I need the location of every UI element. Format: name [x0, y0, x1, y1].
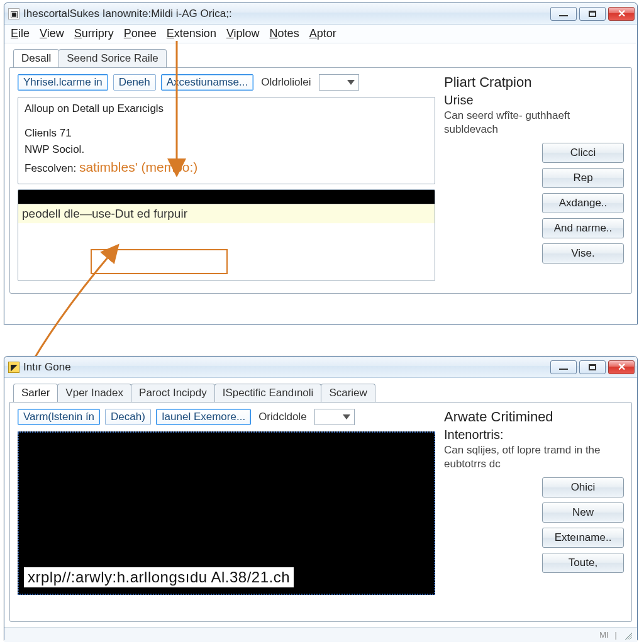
console-output[interactable]: xrplp//:arwly:h.arllongsıdu Al.38/21.ch — [18, 431, 435, 595]
list-area: peodell dle—use-Dut ed furpuir — [18, 189, 435, 281]
panel-right: Pliart Cratpion Urise Can seerd wfîte- g… — [435, 74, 624, 286]
titlebar[interactable]: ◤ Intır Gone ✕ — [4, 357, 637, 378]
tab-paroct[interactable]: Paroct Incipdy — [131, 384, 215, 402]
button-column: Ohici New Exteıname.. Toute, — [444, 477, 624, 573]
maximize-button[interactable] — [579, 360, 606, 374]
menubar: Eile View Surripry Ponee Extension Viplo… — [4, 25, 637, 43]
button-column: Clicci Rep Axdange.. And narme.. Vise. — [444, 143, 624, 264]
group-legend: Alloup on Detall up Exarıcigls — [25, 103, 428, 115]
window-title: IhescortalSukes Ianownite:Mildi i-AG Ori… — [23, 8, 550, 20]
detail-line-2: NWP Sociol. — [25, 142, 428, 158]
btn-vise[interactable]: Vise. — [542, 243, 624, 264]
console-url: xrplp//:arwly:h.arllongsıdu Al.38/21.ch — [24, 567, 294, 587]
tabbar: Desall Seend Sorice Raile — [13, 47, 632, 67]
btn-new[interactable]: New — [542, 502, 624, 523]
side-heading-2: Intenortris: — [444, 428, 624, 442]
btn-ohici[interactable]: Ohici — [542, 477, 624, 497]
tb-decah[interactable]: Decah) — [105, 409, 151, 425]
maximize-button[interactable] — [579, 7, 606, 21]
window-buttons: ✕ — [550, 360, 635, 374]
tb-oldrl: Oldrloliolei — [258, 75, 313, 90]
statusbar: MI | — [4, 627, 637, 642]
window-2: ◤ Intır Gone ✕ Sarler Vper Inadex Paroct… — [4, 356, 638, 640]
list-header — [18, 190, 435, 204]
client-area: Sarler Vper Inadex Paroct Incipdy ISpect… — [4, 378, 637, 627]
tab-desall[interactable]: Desall — [13, 49, 59, 68]
titlebar[interactable]: ▣ IhescortalSukes Ianownite:Mildi i-AG O… — [4, 3, 637, 25]
tb-dropdown[interactable] — [319, 74, 359, 91]
panel: Yhrisel.lcarme in Deneh Axcestiunamse...… — [9, 67, 632, 294]
panel-left: Varm(lstenin ín Decah) Iaunel Exemore...… — [18, 409, 435, 614]
side-heading-2: Urise — [444, 93, 624, 108]
menu-aptor[interactable]: Aptor — [309, 27, 336, 40]
list-row-text: peodell dle—use-Dut ed furpuir — [22, 207, 187, 220]
tb-oridcl: Oridcldole — [256, 409, 309, 425]
chevron-down-icon — [343, 414, 350, 419]
window-title: Intır Gone — [23, 361, 550, 374]
btn-andname[interactable]: And narme.. — [542, 218, 624, 238]
menu-extension[interactable]: Extension — [167, 27, 216, 40]
tb-dropdown[interactable] — [314, 409, 355, 425]
btn-toute[interactable]: Toute, — [542, 553, 624, 573]
panel-right: Arwate Critimined Intenortris: Can sqlij… — [435, 409, 624, 614]
window-buttons: ✕ — [550, 7, 635, 21]
menu-view[interactable]: View — [40, 27, 64, 40]
tb-iaunel[interactable]: Iaunel Exemore... — [156, 409, 251, 425]
tab-scariew[interactable]: Scariew — [321, 384, 375, 402]
tab-ispec[interactable]: ISpectific Eandınoli — [214, 384, 322, 402]
chevron-down-icon — [347, 80, 355, 85]
tb-axcest[interactable]: Axcestiunamse... — [161, 74, 253, 91]
panel-left: Yhrisel.lcarme in Deneh Axcestiunamse...… — [18, 74, 435, 286]
panel: Varm(lstenin ín Decah) Iaunel Exemore...… — [9, 402, 632, 622]
detail-groupbox: Alloup on Detall up Exarıcigls Clienls 7… — [18, 97, 435, 184]
app-icon: ▣ — [8, 8, 19, 19]
detail-line-3-value: satimbles' (membo:) — [79, 160, 197, 174]
close-button[interactable]: ✕ — [608, 360, 635, 374]
minimize-button[interactable] — [550, 7, 577, 21]
side-heading-1: Pliart Cratpion — [444, 74, 624, 91]
client-area: Desall Seend Sorice Raile Yhrisel.lcarme… — [4, 43, 637, 299]
tab-vper[interactable]: Vper Inadex — [57, 384, 131, 402]
btn-clicci[interactable]: Clicci — [542, 143, 624, 163]
tab-seend-sorice[interactable]: Seend Sorice Raile — [58, 49, 167, 68]
toolbar: Varm(lstenin ín Decah) Iaunel Exemore...… — [18, 409, 435, 425]
close-button[interactable]: ✕ — [608, 7, 635, 21]
detail-line-3: Fescolven: satimbles' (membo:) — [25, 157, 428, 177]
tb-yhrisel[interactable]: Yhrisel.lcarme in — [18, 74, 108, 91]
app-icon: ◤ — [8, 362, 19, 373]
toolbar: Yhrisel.lcarme in Deneh Axcestiunamse...… — [18, 74, 435, 91]
btn-rep[interactable]: Rep — [542, 168, 624, 188]
side-heading-1: Arwate Critimined — [444, 409, 624, 425]
window-1: ▣ IhescortalSukes Ianownite:Mildi i-AG O… — [4, 3, 638, 325]
tb-varm[interactable]: Varm(lstenin ín — [18, 409, 100, 425]
tb-deneh[interactable]: Deneh — [113, 74, 156, 91]
menu-surripry[interactable]: Surripry — [74, 27, 114, 40]
menu-notes[interactable]: Notes — [270, 27, 299, 40]
btn-exte[interactable]: Exteıname.. — [542, 528, 624, 548]
tab-sarler[interactable]: Sarler — [13, 384, 58, 402]
side-text: Can sqlijes, otf lopre tramd in the eubt… — [444, 443, 624, 471]
detail-line-3-label: Fescolven: — [25, 162, 76, 174]
menu-ponee[interactable]: Ponee — [124, 27, 157, 40]
status-text: MI — [599, 630, 608, 640]
menu-file[interactable]: Eile — [11, 27, 30, 40]
tabbar: Sarler Vper Inadex Paroct Incipdy ISpect… — [13, 382, 632, 402]
resize-grip-icon[interactable] — [623, 631, 632, 640]
detail-line-1: Clienls 71 — [25, 125, 428, 142]
btn-axdange[interactable]: Axdange.. — [542, 193, 624, 213]
side-text: Can seerd wfîte- guthhaeft subldevach — [444, 109, 624, 136]
menu-viplow[interactable]: Viplow — [226, 27, 260, 40]
list-row[interactable]: peodell dle—use-Dut ed furpuir — [18, 204, 435, 223]
minimize-button[interactable] — [550, 360, 577, 374]
